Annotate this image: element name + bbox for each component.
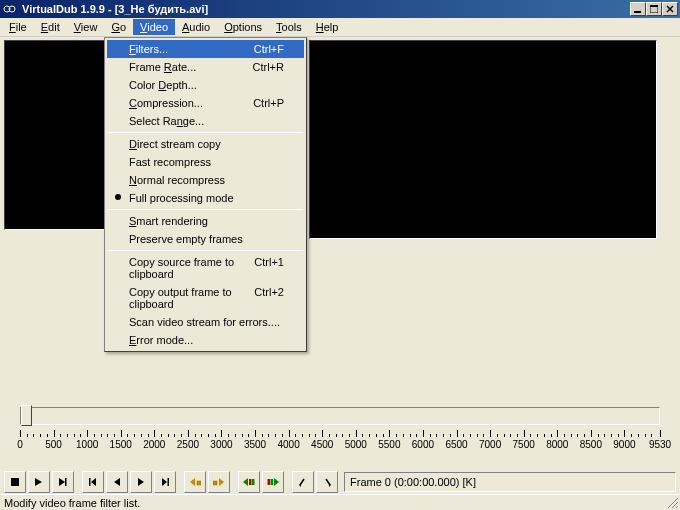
ruler-tick-label: 9530 [649, 439, 671, 450]
menu-item-smart-rendering[interactable]: Smart rendering [107, 212, 304, 230]
menu-view[interactable]: View [67, 19, 105, 35]
ruler-tick-label: 7500 [513, 439, 535, 450]
menu-item-preserve-empty-frames[interactable]: Preserve empty frames [107, 230, 304, 248]
seek-next-button[interactable] [130, 471, 152, 493]
menu-item-frame-rate[interactable]: Frame Rate...Ctrl+R [107, 58, 304, 76]
menu-item-copy-output-frame-to-clipboard[interactable]: Copy output frame to clipboardCtrl+2 [107, 283, 304, 313]
play-output-button[interactable] [52, 471, 74, 493]
keyframe-prev-button[interactable] [184, 471, 206, 493]
resize-grip[interactable] [666, 496, 680, 510]
ruler-tick-label: 4000 [278, 439, 300, 450]
menu-item-error-mode[interactable]: Error mode... [107, 331, 304, 349]
menu-item-copy-source-frame-to-clipboard[interactable]: Copy source frame to clipboardCtrl+1 [107, 253, 304, 283]
menu-item-shortcut: Ctrl+F [244, 43, 284, 55]
maximize-button[interactable] [646, 2, 662, 16]
menu-tools[interactable]: Tools [269, 19, 309, 35]
menu-file[interactable]: File [2, 19, 34, 35]
menu-video[interactable]: Video [133, 19, 175, 35]
svg-rect-4 [650, 5, 658, 7]
ruler-tick-label: 3500 [244, 439, 266, 450]
minimize-button[interactable] [630, 2, 646, 16]
menu-item-fast-recompress[interactable]: Fast recompress [107, 153, 304, 171]
menu-item-shortcut: Ctrl+1 [244, 256, 284, 280]
close-button[interactable] [662, 2, 678, 16]
menu-audio[interactable]: Audio [175, 19, 217, 35]
menu-item-label: Copy source frame to clipboard [129, 256, 244, 280]
stop-button[interactable] [4, 471, 26, 493]
timeline: 0500100015002000250030003500400045005000… [0, 407, 680, 449]
timeline-slider-track[interactable] [20, 407, 660, 425]
svg-rect-5 [11, 478, 19, 486]
menu-help[interactable]: Help [309, 19, 346, 35]
menu-options[interactable]: Options [217, 19, 269, 35]
ruler-tick [624, 430, 625, 437]
ruler-tick [591, 430, 592, 437]
ruler-tick [87, 430, 88, 437]
ruler-tick [54, 430, 55, 437]
output-video-pane[interactable] [309, 40, 657, 239]
ruler-tick [423, 430, 424, 437]
ruler-tick [255, 430, 256, 437]
menu-item-color-depth[interactable]: Color Depth... [107, 76, 304, 94]
menu-item-full-processing-mode[interactable]: Full processing mode [107, 189, 304, 207]
statusbar-text: Modify video frame filter list. [4, 497, 140, 509]
ruler-tick-label: 3000 [210, 439, 232, 450]
menu-separator [108, 132, 303, 133]
menu-item-compression[interactable]: Compression...Ctrl+P [107, 94, 304, 112]
ruler-tick-label: 2000 [143, 439, 165, 450]
mark-out-button[interactable] [316, 471, 338, 493]
ruler-tick [221, 430, 222, 437]
menu-item-label: Copy output frame to clipboard [129, 286, 244, 310]
scene-prev-button[interactable] [238, 471, 260, 493]
seek-prev-button[interactable] [106, 471, 128, 493]
play-input-button[interactable] [28, 471, 50, 493]
menu-item-label: Frame Rate... [129, 61, 196, 73]
ruler-tick [490, 430, 491, 437]
menu-item-label: Preserve empty frames [129, 233, 243, 245]
frame-display: Frame 0 (0:00:00.000) [K] [344, 472, 676, 492]
mark-in-button[interactable] [292, 471, 314, 493]
menu-item-label: Smart rendering [129, 215, 208, 227]
menu-item-label: Compression... [129, 97, 203, 109]
menu-item-label: Scan video stream for errors.... [129, 316, 280, 328]
menu-item-label: Select Range... [129, 115, 204, 127]
ruler-tick [188, 430, 189, 437]
menu-item-shortcut: Ctrl+2 [244, 286, 284, 310]
menu-item-filters[interactable]: Filters...Ctrl+F [107, 40, 304, 58]
ruler-tick [389, 430, 390, 437]
content-area: Filters...Ctrl+FFrame Rate...Ctrl+RColor… [0, 37, 680, 435]
ruler-tick-label: 0 [17, 439, 23, 450]
video-menu-dropdown: Filters...Ctrl+FFrame Rate...Ctrl+RColor… [104, 37, 307, 352]
menu-item-label: Normal recompress [129, 174, 225, 186]
ruler-tick [557, 430, 558, 437]
window-controls [630, 2, 678, 16]
scene-next-button[interactable] [262, 471, 284, 493]
ruler-tick-label: 6500 [445, 439, 467, 450]
menu-item-label: Filters... [129, 43, 168, 55]
ruler-tick [356, 430, 357, 437]
ruler-tick [154, 430, 155, 437]
ruler-tick-label: 8500 [580, 439, 602, 450]
menu-item-direct-stream-copy[interactable]: Direct stream copy [107, 135, 304, 153]
keyframe-next-button[interactable] [208, 471, 230, 493]
titlebar: VirtualDub 1.9.9 - [3_Не будить.avi] [0, 0, 680, 18]
ruler-tick-label: 1500 [110, 439, 132, 450]
menu-go[interactable]: Go [104, 19, 133, 35]
ruler-tick [524, 430, 525, 437]
menu-item-select-range[interactable]: Select Range... [107, 112, 304, 130]
menu-edit[interactable]: Edit [34, 19, 67, 35]
seek-end-button[interactable] [154, 471, 176, 493]
timeline-slider-thumb[interactable] [21, 405, 32, 426]
menu-item-label: Full processing mode [129, 192, 234, 204]
menu-item-scan-video-stream-for-errors[interactable]: Scan video stream for errors.... [107, 313, 304, 331]
ruler-tick [20, 430, 21, 437]
menu-item-normal-recompress[interactable]: Normal recompress [107, 171, 304, 189]
seek-start-button[interactable] [82, 471, 104, 493]
ruler-tick [457, 430, 458, 437]
ruler-tick [660, 430, 661, 437]
ruler-tick-label: 4500 [311, 439, 333, 450]
menu-item-label: Direct stream copy [129, 138, 221, 150]
menu-item-shortcut: Ctrl+P [243, 97, 284, 109]
menu-item-label: Error mode... [129, 334, 193, 346]
menu-item-label: Fast recompress [129, 156, 211, 168]
